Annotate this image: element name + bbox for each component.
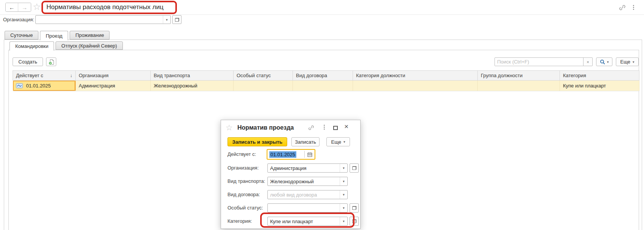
copy-link-icon[interactable] [619, 4, 626, 12]
open-form-icon [352, 206, 356, 210]
contract-type-placeholder: любой вид договора [268, 192, 340, 198]
app-window: ← → ☆ Нормативы расходов подотчетных лиц… [0, 0, 644, 230]
cell-special-status[interactable] [234, 81, 293, 91]
field-label-transport-type: Вид транспорта: [227, 178, 265, 184]
chevron-down-icon[interactable]: ▾ [340, 204, 347, 212]
transport-type-input[interactable]: Железнодорожный ▾ [267, 177, 348, 186]
chevron-down-icon: ▾ [343, 140, 345, 144]
cell-position-group[interactable] [478, 81, 560, 91]
chevron-down-icon[interactable]: ▾ [340, 217, 347, 225]
back-button[interactable]: ← [6, 3, 18, 11]
maximize-icon[interactable] [333, 126, 338, 130]
search-icon [600, 59, 605, 65]
open-form-icon [175, 18, 179, 22]
header-divider [0, 14, 644, 15]
table-row[interactable]: 01.01.2025 Администрация Железнодорожный… [13, 81, 639, 91]
field-label-special-status: Особый статус: [227, 205, 263, 211]
chevron-down-icon[interactable]: ▾ [340, 177, 347, 186]
clear-icon: × [587, 60, 589, 64]
special-status-open-button[interactable] [350, 203, 359, 213]
create-by-copy-button[interactable] [46, 57, 56, 66]
field-label-category: Категория: [227, 218, 252, 224]
column-header[interactable]: Категория должности [353, 71, 478, 81]
cell-effective-date[interactable]: 01.01.2025 [13, 81, 76, 91]
window-menu-icon[interactable] [633, 5, 634, 10]
page-title: Нормативы расходов подотчетных лиц [46, 3, 164, 11]
column-header[interactable]: Вид транспорта [151, 71, 234, 81]
back-icon: ← [9, 4, 15, 11]
column-header[interactable]: Особый статус [234, 71, 293, 81]
organization-open-button[interactable] [350, 163, 359, 173]
favorite-star-icon[interactable]: ☆ [33, 2, 41, 12]
periodic-record-icon [16, 83, 23, 88]
sort-desc-icon: ↓ [70, 73, 72, 78]
column-header[interactable]: Группа должности [478, 71, 560, 81]
close-icon[interactable]: × [344, 122, 348, 131]
dialog-title: Норматив проезда [237, 124, 294, 131]
cell-category[interactable]: Купе или плацкарт [560, 81, 639, 91]
contract-type-input[interactable]: любой вид договора ▾ [267, 190, 348, 199]
forward-button[interactable]: → [18, 3, 31, 11]
category-input[interactable]: Купе или плацкарт ▾ [267, 217, 348, 226]
tab-komandirovki[interactable]: Командировки [10, 41, 54, 51]
tab-sutochnye[interactable]: Суточные [5, 31, 38, 40]
chevron-down-icon: ▾ [633, 60, 634, 64]
org-filter-input[interactable]: ▾ [35, 15, 171, 24]
chevron-down-icon[interactable]: ▾ [340, 164, 347, 172]
cell-organization[interactable]: Администрация [76, 81, 151, 91]
special-status-input[interactable]: ▾ [267, 203, 348, 213]
tab-prozhivanie[interactable]: Проживание [70, 31, 110, 40]
org-filter-label: Организация: [3, 17, 34, 22]
org-filter-open-button[interactable] [172, 15, 181, 24]
dialog-more-button[interactable]: Еще ▾ [326, 137, 350, 146]
cell-contract-type[interactable] [293, 81, 353, 91]
dialog-menu-icon[interactable] [324, 125, 325, 130]
forward-icon: → [22, 4, 27, 11]
tab-proezd[interactable]: Проезд [40, 31, 68, 40]
field-label-contract-type: Вид договора: [227, 192, 260, 197]
calendar-icon[interactable] [305, 152, 315, 157]
copy-link-icon[interactable] [308, 125, 314, 132]
search-input[interactable] [495, 59, 583, 65]
chevron-down-icon[interactable]: ▾ [163, 16, 170, 24]
tab-otpusk-krayniy-sever[interactable]: Отпуск (Крайний Север) [56, 41, 122, 50]
field-label-effective-date: Действует с: [227, 151, 256, 157]
sub-tabs: Командировки Отпуск (Крайний Север) [10, 41, 123, 51]
copy-document-icon [48, 59, 54, 65]
create-button[interactable]: Создать [13, 57, 43, 66]
table-header-row: Действует с ↓ Организация Вид транспорта… [13, 71, 639, 81]
search-button[interactable]: ▾ [596, 57, 612, 66]
chevron-down-icon[interactable]: ▾ [340, 190, 347, 199]
search-field [495, 57, 584, 66]
history-nav: ← → [5, 3, 31, 12]
search-clear-button[interactable]: × [583, 57, 593, 66]
category-open-button[interactable] [350, 217, 359, 226]
organization-input[interactable]: Администрация ▾ [267, 163, 348, 173]
main-tabs: Суточные Проезд Проживание [5, 31, 110, 40]
norm-dialog: ☆ Норматив проезда × Записать и закрыть … [221, 120, 361, 229]
save-and-close-button[interactable]: Записать и закрыть [227, 137, 287, 146]
column-header[interactable]: Организация [76, 71, 151, 81]
chevron-down-icon: ▾ [607, 60, 609, 64]
field-label-organization: Организация: [227, 165, 259, 171]
column-header[interactable]: Категория [560, 71, 639, 81]
effective-date-input[interactable]: 01.01.2025 [267, 149, 315, 160]
column-header[interactable]: Действует с ↓ [13, 71, 76, 81]
cell-transport-type[interactable]: Железнодорожный [151, 81, 234, 91]
records-table: Действует с ↓ Организация Вид транспорта… [13, 70, 639, 91]
open-form-icon [352, 219, 356, 223]
favorite-star-icon[interactable]: ☆ [226, 123, 233, 132]
open-form-icon [352, 166, 356, 170]
list-more-button[interactable]: Еще ▾ [616, 57, 639, 66]
save-button[interactable]: Записать [291, 137, 320, 146]
selected-date-text: 01.01.2025 [269, 151, 296, 158]
column-header[interactable]: Вид договора [293, 71, 353, 81]
cell-position-category[interactable] [353, 81, 478, 91]
